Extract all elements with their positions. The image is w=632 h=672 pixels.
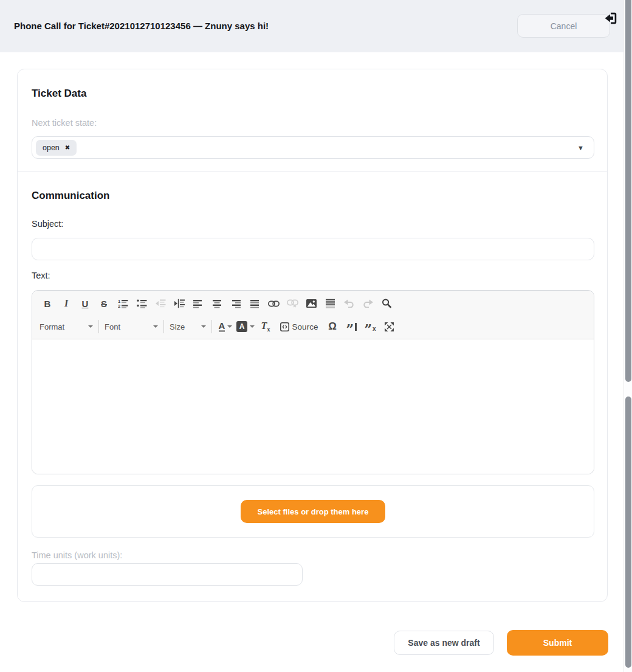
popup-header: Phone Call for Ticket#2021012710123456 —… (0, 0, 623, 52)
next-ticket-state-label: Next ticket state: (32, 118, 97, 128)
close-popup-icon[interactable] (604, 12, 617, 25)
special-character-icon[interactable]: Ω (325, 319, 340, 334)
phone-call-popup: Phone Call for Ticket#2021012710123456 —… (0, 0, 632, 672)
increase-indent-icon[interactable] (171, 296, 187, 311)
subject-label: Subject: (32, 219, 63, 229)
image-icon[interactable] (303, 296, 319, 311)
richtext-editor: B I U S 12 (32, 290, 594, 474)
remove-format-icon[interactable]: Tx (258, 319, 273, 334)
select-files-button-label: Select files or drop them here (258, 507, 369, 516)
format-dropdown-label: Format (40, 322, 64, 331)
horizontal-rule-icon[interactable] (322, 296, 338, 311)
format-dropdown[interactable]: Format (40, 319, 93, 334)
svg-text:2: 2 (118, 303, 120, 308)
text-label: Text: (32, 271, 50, 280)
scrollbar-thumb-top[interactable] (625, 0, 631, 382)
insert-quote-icon[interactable]: ” (343, 319, 359, 334)
time-units-label: Time units (work units): (32, 550, 122, 560)
select-files-button[interactable]: Select files or drop them here (241, 500, 385, 523)
section-divider (18, 171, 607, 171)
selected-state-label: open (43, 144, 60, 152)
chevron-down-icon (88, 325, 93, 328)
communication-heading: Communication (32, 190, 109, 202)
font-dropdown-label: Font (105, 322, 120, 331)
chevron-down-icon (201, 325, 206, 328)
link-icon[interactable] (266, 296, 281, 311)
numbered-list-icon[interactable]: 12 (115, 296, 131, 311)
selected-state-tag: open ✖ (36, 140, 77, 156)
form-card: Ticket Data Next ticket state: open ✖ ▼ … (17, 69, 608, 602)
text-color-icon[interactable]: A (218, 319, 233, 334)
toolbar-row-2: Format Font Size A (40, 315, 594, 338)
remove-state-icon[interactable]: ✖ (65, 144, 70, 151)
scrollbar-track[interactable] (623, 0, 632, 672)
chevron-down-icon (153, 325, 158, 328)
page-title: Phone Call for Ticket#2021012710123456 —… (14, 21, 269, 31)
editor-content[interactable] (32, 339, 594, 474)
bulleted-list-icon[interactable] (134, 296, 149, 311)
editor-toolbar: B I U S 12 (32, 291, 594, 339)
unlink-icon[interactable] (284, 296, 300, 311)
submit-button-label: Submit (543, 638, 572, 648)
attachment-dropzone[interactable]: Select files or drop them here (32, 485, 594, 538)
ticket-data-heading: Ticket Data (32, 88, 86, 100)
justify-icon[interactable] (247, 296, 263, 311)
strikethrough-icon[interactable]: S (96, 296, 112, 311)
background-color-icon[interactable]: A (236, 319, 255, 334)
save-draft-button-label: Save as new draft (408, 638, 479, 648)
size-dropdown[interactable]: Size (170, 319, 206, 334)
maximize-icon[interactable] (381, 319, 397, 334)
decrease-indent-icon[interactable] (153, 296, 168, 311)
chevron-down-icon (227, 325, 232, 328)
remove-quote-icon[interactable]: ” x (362, 319, 378, 334)
chevron-down-icon (250, 325, 255, 328)
cancel-button[interactable]: Cancel (517, 14, 610, 38)
chevron-down-icon[interactable]: ▼ (577, 144, 584, 151)
align-left-icon[interactable] (190, 296, 206, 311)
submit-button[interactable]: Submit (507, 630, 608, 656)
toolbar-separator (211, 320, 212, 333)
toolbar-separator (163, 320, 164, 333)
underline-icon[interactable]: U (77, 296, 93, 311)
undo-icon[interactable] (341, 296, 357, 311)
size-dropdown-label: Size (170, 322, 185, 331)
cancel-button-label: Cancel (551, 21, 577, 31)
source-button-label: Source (292, 322, 318, 331)
subject-input[interactable] (32, 238, 594, 260)
toolbar-separator (98, 320, 99, 333)
align-right-icon[interactable] (228, 296, 244, 311)
align-center-icon[interactable] (209, 296, 225, 311)
bold-icon[interactable]: B (40, 296, 55, 311)
scrollbar-thumb-bottom[interactable] (625, 397, 631, 668)
italic-icon[interactable]: I (58, 296, 74, 311)
redo-icon[interactable] (360, 296, 376, 311)
save-draft-button[interactable]: Save as new draft (394, 631, 494, 655)
toolbar-row-1: B I U S 12 (40, 292, 594, 315)
font-dropdown[interactable]: Font (105, 319, 158, 334)
find-icon[interactable] (379, 296, 394, 311)
source-button[interactable]: Source (276, 319, 321, 334)
next-ticket-state-select[interactable]: open ✖ ▼ (32, 136, 594, 159)
time-units-input[interactable] (32, 563, 303, 586)
